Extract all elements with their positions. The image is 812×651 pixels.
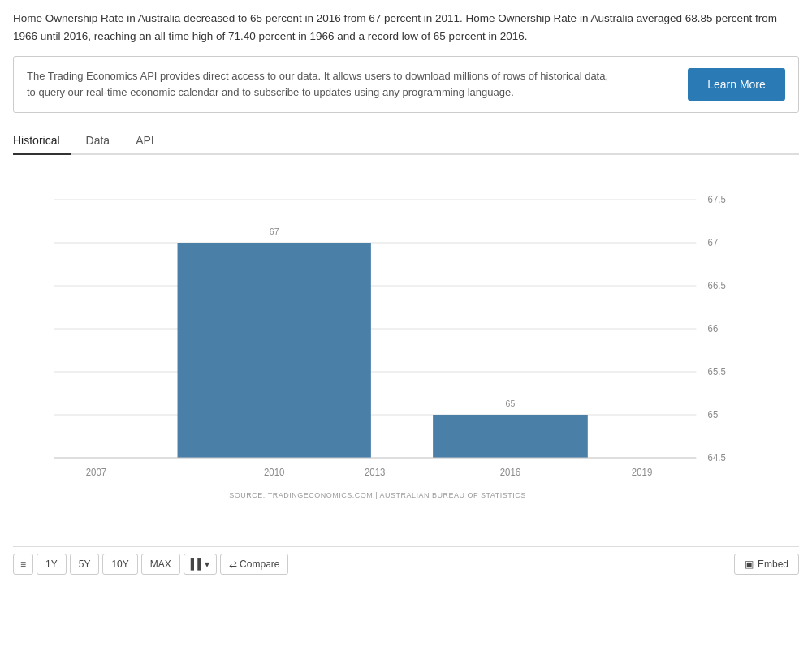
description-text: Home Ownership Rate in Australia decreas… <box>13 10 799 45</box>
svg-text:2019: 2019 <box>632 467 652 477</box>
svg-text:67: 67 <box>270 226 279 236</box>
api-banner: The Trading Economics API provides direc… <box>13 56 799 113</box>
5y-button[interactable]: 5Y <box>70 554 100 575</box>
embed-button[interactable]: ▣ Embed <box>734 554 799 575</box>
tab-api[interactable]: API <box>124 127 166 153</box>
api-banner-text: The Trading Economics API provides direc… <box>27 68 611 101</box>
tabs: Historical Data API <box>13 127 799 155</box>
svg-text:2013: 2013 <box>365 467 385 477</box>
svg-text:2010: 2010 <box>264 467 285 477</box>
source-text: SOURCE: TRADINGECONOMICS.COM | AUSTRALIA… <box>54 491 702 499</box>
svg-text:67: 67 <box>708 237 719 248</box>
chart-icon: ▌▌▾ <box>191 558 209 570</box>
svg-text:64.5: 64.5 <box>708 452 727 463</box>
chart-type-button[interactable]: ▌▌▾ <box>184 554 217 575</box>
svg-text:66.5: 66.5 <box>708 280 727 291</box>
tab-historical[interactable]: Historical <box>13 127 71 153</box>
list-view-button[interactable]: ≡ <box>13 554 33 575</box>
svg-text:65: 65 <box>506 399 516 408</box>
compare-button[interactable]: ⇄ Compare <box>220 554 289 575</box>
embed-icon: ▣ <box>745 558 754 570</box>
svg-text:65.5: 65.5 <box>708 366 727 377</box>
bar-2016 <box>433 415 588 458</box>
chart-container: 67.5 67 66.5 66 65.5 65 64.5 67 65 2007 <box>54 179 750 488</box>
svg-text:66: 66 <box>708 323 719 334</box>
svg-text:2016: 2016 <box>500 467 520 477</box>
svg-text:2007: 2007 <box>86 467 106 477</box>
tab-data[interactable]: Data <box>75 127 122 153</box>
max-button[interactable]: MAX <box>141 554 180 575</box>
svg-text:65: 65 <box>708 409 719 420</box>
learn-more-button[interactable]: Learn More <box>688 68 785 101</box>
chart-area: 67.5 67 66.5 66 65.5 65 64.5 67 65 2007 <box>13 163 799 540</box>
chart-svg: 67.5 67 66.5 66 65.5 65 64.5 67 65 2007 <box>54 179 750 488</box>
10y-button[interactable]: 10Y <box>102 554 137 575</box>
bar-2010 <box>178 243 371 458</box>
toolbar: ≡ 1Y 5Y 10Y MAX ▌▌▾ ⇄ Compare ▣ Embed <box>13 546 799 581</box>
svg-text:67.5: 67.5 <box>708 194 727 205</box>
1y-button[interactable]: 1Y <box>37 554 67 575</box>
